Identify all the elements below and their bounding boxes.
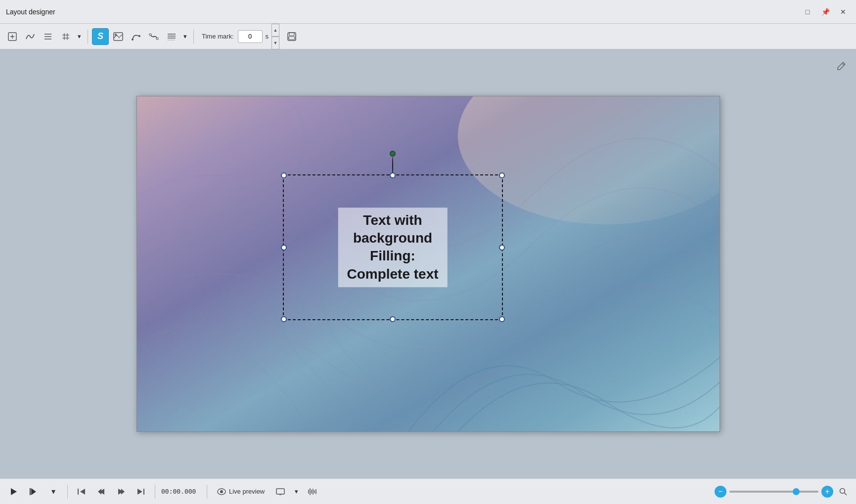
handle-bottom-left[interactable]	[281, 316, 287, 322]
canvas[interactable]: Text with background Filling: Complete t…	[136, 96, 720, 432]
align-tool-button[interactable]	[40, 28, 56, 45]
time-up-button[interactable]: ▲	[271, 24, 279, 37]
svg-marker-35	[98, 489, 101, 495]
zoom-thumb[interactable]	[793, 488, 800, 495]
svg-line-11	[114, 35, 117, 38]
tool-group-2: S	[92, 28, 189, 45]
preview-dropdown-button[interactable]: ▾	[292, 486, 301, 497]
time-mark-input[interactable]	[238, 30, 263, 43]
time-mark-label: Time mark:	[202, 33, 234, 40]
step-back-button[interactable]	[93, 484, 109, 500]
separator-bottom-2	[155, 485, 155, 499]
svg-marker-38	[137, 489, 142, 495]
toolbar: ▾ S	[0, 24, 856, 49]
list-dropdown-button[interactable]: ▾	[181, 31, 189, 42]
image-tool-button[interactable]	[110, 28, 127, 45]
handle-bottom-right[interactable]	[499, 316, 505, 322]
time-unit: s	[266, 33, 269, 40]
svg-point-50	[840, 488, 845, 493]
svg-marker-32	[80, 489, 85, 495]
step-forward-button[interactable]	[113, 484, 129, 500]
selected-element[interactable]: Text with background Filling: Complete t…	[283, 174, 503, 320]
save-button[interactable]	[283, 28, 300, 45]
pencil-icon-button[interactable]	[834, 59, 848, 73]
list-tool-button[interactable]	[163, 28, 180, 45]
select-tool-button[interactable]	[4, 28, 21, 45]
close-button[interactable]: ✕	[836, 5, 850, 19]
svg-point-15	[132, 39, 134, 41]
canvas-wrapper: Text with background Filling: Complete t…	[0, 49, 856, 478]
skip-forward-button[interactable]	[133, 484, 149, 500]
handle-top-left[interactable]	[281, 172, 287, 178]
curve-tool-button[interactable]	[22, 28, 39, 45]
tool-group: ▾	[4, 28, 84, 45]
svg-line-13	[120, 35, 123, 37]
app-title: Layout designer	[6, 8, 55, 16]
play-button[interactable]	[6, 484, 22, 500]
handle-top-right[interactable]	[499, 172, 505, 178]
preview-screen-button[interactable]	[272, 484, 288, 500]
text-line-2: Filling: Complete text	[346, 248, 440, 284]
handle-bottom-center[interactable]	[390, 316, 396, 322]
handle-middle-right[interactable]	[499, 245, 505, 251]
zoom-minus-button[interactable]: −	[715, 486, 726, 498]
svg-rect-42	[276, 489, 284, 494]
zoom-track[interactable]	[729, 491, 818, 493]
svg-rect-24	[289, 33, 294, 36]
bottom-bar: ▾ 00:00.000 Live preview ▾ −	[0, 478, 856, 504]
svg-marker-29	[11, 488, 17, 495]
handle-top-center[interactable]	[390, 172, 396, 178]
text-element-content: Text with background Filling: Complete t…	[338, 208, 448, 288]
grid-dropdown-button[interactable]: ▾	[75, 31, 84, 42]
svg-line-51	[845, 493, 847, 495]
svg-point-41	[220, 490, 223, 493]
grid-tool-button[interactable]	[57, 28, 74, 45]
waveform-button[interactable]	[305, 484, 320, 500]
zoom-bar: − +	[715, 485, 850, 499]
zoom-plus-button[interactable]: +	[821, 486, 833, 498]
skip-back-button[interactable]	[74, 484, 90, 500]
play-from-button[interactable]	[26, 484, 42, 500]
title-bar-controls: □ 📌 ✕	[801, 5, 850, 19]
text-tool-button[interactable]: S	[92, 28, 109, 45]
live-preview-button[interactable]: Live preview	[213, 486, 269, 497]
play-dropdown-button[interactable]: ▾	[45, 484, 61, 500]
handle-middle-left[interactable]	[281, 245, 287, 251]
live-preview-label: Live preview	[229, 488, 265, 495]
svg-line-12	[117, 35, 120, 38]
path2-tool-button[interactable]	[145, 28, 162, 45]
svg-point-14	[115, 34, 117, 36]
svg-marker-30	[31, 488, 36, 495]
separator-bottom-1	[67, 485, 68, 499]
time-down-button[interactable]: ▼	[271, 37, 279, 49]
separator-1	[88, 30, 88, 43]
maximize-button[interactable]: □	[801, 5, 814, 19]
title-bar: Layout designer □ 📌 ✕	[0, 0, 856, 24]
path-tool-button[interactable]	[128, 28, 144, 45]
time-spinner: ▲ ▼	[271, 24, 279, 49]
svg-point-17	[149, 34, 151, 36]
separator-2	[193, 30, 194, 43]
text-line-1: Text with background	[346, 211, 440, 248]
separator-bottom-3	[207, 485, 207, 499]
main-area: Text with background Filling: Complete t…	[0, 49, 856, 478]
svg-point-16	[138, 35, 140, 37]
svg-marker-37	[121, 489, 125, 495]
pin-button[interactable]: 📌	[818, 5, 832, 19]
svg-point-18	[156, 38, 158, 40]
timestamp: 00:00.000	[161, 488, 201, 495]
svg-line-28	[842, 63, 844, 65]
zoom-search-button[interactable]	[836, 485, 850, 499]
svg-rect-25	[289, 37, 295, 40]
rotate-handle[interactable]	[390, 151, 396, 157]
